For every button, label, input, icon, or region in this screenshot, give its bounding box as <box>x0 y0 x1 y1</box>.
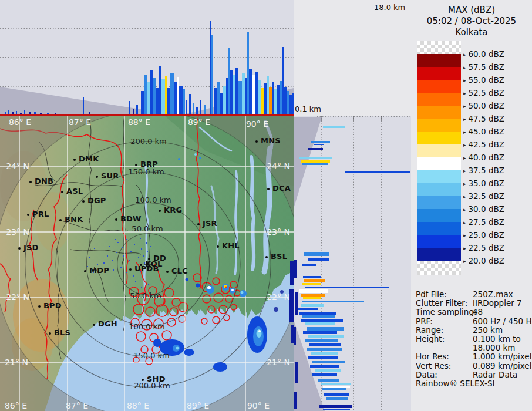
legend-header: MAX (dBZ) 05:02 / 08-Oct-2025 Kolkata <box>411 5 532 38</box>
legend-band <box>417 67 461 80</box>
clutter-speckle <box>148 284 149 285</box>
clutter-speckle <box>89 257 90 258</box>
tick-value: 45.0 dBZ <box>469 127 504 136</box>
info-value: 18.000 km <box>473 343 531 352</box>
echo-bar <box>294 392 297 409</box>
clutter-speckle <box>94 248 95 249</box>
echo-bar <box>299 289 328 293</box>
legend-tick-label: ▸45.0 dBZ <box>463 127 504 136</box>
echo-bar <box>136 105 138 114</box>
tick-value: 52.5 dBZ <box>469 88 504 97</box>
clutter-speckle <box>141 287 142 288</box>
legend-band <box>417 222 461 235</box>
legend-band <box>417 235 461 248</box>
legend-colorbar <box>417 54 461 261</box>
tick-value: 37.5 dBZ <box>469 166 504 175</box>
info-row: PRF:600 Hz / 450 Hz <box>416 317 531 326</box>
echo-bar <box>299 312 336 315</box>
info-label: Hor Res: <box>416 352 473 361</box>
legend-tick-label: ▸47.5 dBZ <box>463 114 504 123</box>
echo-bar <box>147 82 150 114</box>
legend-band <box>417 144 461 157</box>
echo-bar <box>307 327 344 331</box>
echo-bar <box>289 95 292 114</box>
tick-value: 32.5 dBZ <box>469 191 504 201</box>
echo-bar <box>211 35 213 114</box>
legend-tick-label: ▸50.0 dBZ <box>463 101 504 110</box>
echo-bar <box>302 264 316 266</box>
legend-tick-label: ▸42.5 dBZ <box>463 140 504 149</box>
echo-bar <box>309 343 341 346</box>
echo-bar <box>287 91 289 114</box>
echo-bar <box>272 82 274 114</box>
echo-bar <box>302 301 364 302</box>
tick-value: 42.5 dBZ <box>469 140 504 149</box>
echo-bar <box>226 78 228 114</box>
echo-bar <box>312 361 345 363</box>
clutter-speckle <box>113 269 114 271</box>
clutter-speckle <box>143 255 144 257</box>
info-value: 48 <box>473 308 531 316</box>
echo-bar <box>302 283 321 285</box>
tick-marker-icon: ▸ <box>463 103 466 109</box>
tick-value: 40.0 dBZ <box>469 153 504 162</box>
clutter-speckle <box>123 255 124 257</box>
echo-bar <box>141 91 144 114</box>
clutter-speckle <box>126 272 127 273</box>
scan-info-panel: Pdf File:250Z.maxClutter Filter:IIRDoppl… <box>416 290 531 379</box>
echo-bar <box>179 86 183 114</box>
info-value: 0.089 km/pixel <box>473 362 531 370</box>
legend-tick-label: ▸55.0 dBZ <box>463 75 504 85</box>
clutter-speckle <box>140 271 141 272</box>
echo-bar <box>274 89 277 114</box>
echo-bar <box>308 258 329 261</box>
echo-bar <box>305 322 335 325</box>
side-height-profile-panel <box>294 116 411 411</box>
clutter-speckle <box>138 257 139 258</box>
scan-datetime: 05:02 / 08-Oct-2025 <box>411 16 532 27</box>
echo-bar <box>258 80 261 114</box>
echo-bar <box>302 163 328 165</box>
info-label: Time sampling: <box>416 308 473 316</box>
echo-bar <box>150 70 153 114</box>
echo-bar <box>277 85 280 114</box>
echo-bar <box>292 93 294 114</box>
echo-bar <box>235 68 238 114</box>
clutter-speckle <box>93 272 94 273</box>
tick-marker-icon: ▸ <box>463 245 466 251</box>
echo-bar <box>252 75 255 114</box>
info-label: Vert Res: <box>416 362 473 370</box>
legend-above-max-swatch <box>417 41 461 54</box>
legend-below-min-swatch <box>417 261 461 275</box>
echo-bar <box>323 409 350 410</box>
clutter-speckle <box>87 266 88 267</box>
tick-marker-icon: ▸ <box>463 194 466 200</box>
echo-bar <box>245 78 247 114</box>
echo-bar <box>308 335 344 338</box>
echo-bar <box>183 89 185 114</box>
clutter-speckle <box>134 244 135 245</box>
clutter-speckle <box>112 260 113 261</box>
echo-bar <box>220 93 223 114</box>
tick-marker-icon: ▸ <box>463 233 466 238</box>
echo-bar <box>261 88 264 114</box>
info-label: Clutter Filter: <box>416 299 473 308</box>
echo-bar <box>165 76 167 114</box>
echo-bar <box>301 160 330 163</box>
station-name: Kolkata <box>411 27 532 38</box>
clutter-speckle <box>130 251 132 252</box>
info-row: Height:0.100 km to <box>416 335 531 343</box>
legend-band <box>417 106 461 119</box>
clutter-speckle <box>141 248 142 250</box>
clutter-speckle <box>109 246 110 247</box>
tick-value: 22.5 dBZ <box>469 243 504 252</box>
tick-value: 60.0 dBZ <box>469 49 504 59</box>
tick-marker-icon: ▸ <box>463 52 466 58</box>
legend-band <box>417 80 461 93</box>
echo-bar <box>314 144 324 145</box>
tick-value: 20.0 dBZ <box>469 256 504 265</box>
clutter-speckle <box>116 252 117 253</box>
echo-bar <box>323 386 350 388</box>
echo-bar <box>156 88 159 114</box>
echo-bar <box>305 339 338 342</box>
